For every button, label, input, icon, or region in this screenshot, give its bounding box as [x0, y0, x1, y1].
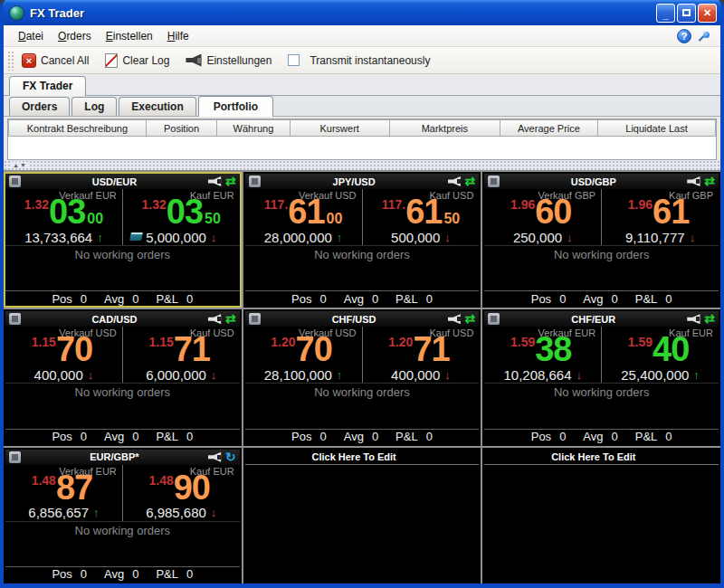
menu-einstellen[interactable]: Einstellen: [99, 27, 160, 45]
tile-title[interactable]: CAD/USD: [21, 314, 208, 325]
megaphone-icon[interactable]: [687, 314, 700, 324]
fx-tile[interactable]: EUR/GBP* ⇄ ↻ Verkauf EUR 1.48 87 6,856,6…: [4, 448, 242, 583]
column-marktpreis[interactable]: Marktpreis: [390, 119, 500, 137]
tab-execution[interactable]: Execution: [119, 97, 195, 116]
book-icon[interactable]: [129, 232, 143, 241]
megaphone-icon[interactable]: [208, 176, 222, 186]
column-average-price[interactable]: Average Price: [500, 119, 598, 137]
megaphone-icon[interactable]: [448, 314, 462, 324]
column-position[interactable]: Position: [147, 119, 217, 137]
ask-quote[interactable]: Kauf EUR 1.32 03 50 5,000,000 ↓: [123, 189, 240, 245]
tab-log[interactable]: Log: [71, 97, 117, 116]
tile-empty-space: [484, 465, 719, 582]
bid-quote[interactable]: Verkauf USD 117. 61 00 28,000,000 ↑: [245, 189, 363, 245]
swap-arrows-icon[interactable]: ⇄: [704, 314, 715, 324]
ask-size-row: 400,000 ↓: [363, 366, 480, 383]
tile-quotes: Verkauf EUR 1.32 03 00 13,733,664 ↑ Kauf…: [5, 189, 240, 245]
detach-icon[interactable]: [488, 175, 500, 187]
tile-empty-space: [5, 261, 240, 290]
splitter-arrows-icon[interactable]: ▲▼: [11, 162, 29, 168]
detach-icon[interactable]: [9, 175, 21, 187]
cancel-all-button[interactable]: × Cancel All: [22, 53, 89, 68]
swap-arrows-icon[interactable]: ⇄: [465, 314, 476, 324]
ask-quote[interactable]: Kauf GBP 1.96 61 9,110,777 ↓: [602, 189, 719, 245]
tile-empty-space: [245, 465, 480, 582]
fx-tile[interactable]: Click Here To Edit ⇄ ↻: [482, 448, 720, 583]
ask-quote[interactable]: Kauf EUR 1.59 40 25,400,000 ↑: [602, 327, 719, 383]
avg-label: Avg: [104, 292, 124, 306]
tile-title[interactable]: EUR/GBP*: [21, 451, 208, 462]
splitter-bar[interactable]: ▲▼: [4, 160, 720, 170]
fx-tile[interactable]: CHF/EUR ⇄ ↻ Verkauf EUR 1.59 38 10,208,6…: [482, 309, 720, 445]
bid-quote[interactable]: Verkauf USD 1.20 70 28,100,000 ↑: [245, 327, 363, 383]
bid-quote[interactable]: Verkauf EUR 1.59 38 10,208,664 ↓: [484, 327, 602, 383]
megaphone-icon[interactable]: [208, 314, 222, 324]
detach-icon[interactable]: [488, 313, 500, 325]
ask-size: 500,000: [391, 230, 440, 245]
ask-quote[interactable]: Kauf USD 1.15 71 6,000,000 ↓: [123, 327, 240, 383]
tile-title[interactable]: JPY/USD: [261, 176, 448, 187]
ask-quote[interactable]: Kauf EUR 1.48 90 6,985,680 ↓: [123, 465, 240, 521]
menu-orders[interactable]: Orders: [51, 27, 99, 45]
bid-quote[interactable]: Verkauf GBP 1.96 60 250,000 ↓: [484, 189, 602, 245]
fx-tile[interactable]: JPY/USD ⇄ ↻ Verkauf USD 117. 61 00 28,00…: [243, 172, 481, 308]
transmit-checkbox[interactable]: [288, 54, 300, 66]
ask-direction-arrow-icon: ↓: [211, 231, 217, 244]
toolbar-grip[interactable]: [7, 51, 14, 71]
swap-arrows-icon[interactable]: ⇄: [704, 176, 715, 186]
working-orders-text: No working orders: [245, 245, 480, 261]
detach-icon[interactable]: [9, 313, 21, 325]
clear-log-button[interactable]: Clear Log: [105, 53, 169, 68]
help-icon[interactable]: ?: [677, 29, 691, 43]
ask-direction-arrow-icon: ↓: [444, 368, 451, 382]
tab-orders[interactable]: Orders: [9, 97, 70, 116]
close-button[interactable]: ✕: [698, 4, 717, 23]
bid-quote[interactable]: Verkauf USD 1.15 70 400,000 ↓: [5, 327, 123, 383]
detach-icon[interactable]: [249, 175, 261, 187]
tab-fx-trader[interactable]: FX Trader: [9, 76, 86, 96]
fx-tile[interactable]: USD/EUR ⇄ ↻ Verkauf EUR 1.32 03 00 13,73…: [4, 172, 242, 308]
tile-title[interactable]: CHF/USD: [261, 314, 448, 325]
megaphone-icon[interactable]: [687, 176, 700, 186]
refresh-icon[interactable]: ↻: [225, 451, 236, 462]
bid-size: 6,856,657: [28, 505, 89, 520]
transmit-toggle[interactable]: Transmit instantaneously: [288, 54, 430, 67]
column-liquidate-last[interactable]: Liquidate Last: [598, 119, 716, 137]
bid-size: 10,208,664: [503, 367, 571, 383]
maximize-button[interactable]: [677, 4, 696, 23]
tab-portfolio[interactable]: Portfolio: [198, 96, 273, 117]
bid-quote[interactable]: Verkauf EUR 1.32 03 00 13,733,664 ↑: [5, 189, 123, 245]
detach-icon[interactable]: [249, 313, 261, 325]
tile-header: CHF/EUR ⇄ ↻: [484, 311, 719, 327]
settings-button[interactable]: Einstellungen: [186, 54, 272, 67]
ask-quote[interactable]: Kauf USD 1.20 71 400,000 ↓: [363, 327, 480, 383]
fx-tile[interactable]: USD/GBP ⇄ ↻ Verkauf GBP 1.96 60 250,000 …: [482, 172, 720, 308]
bid-price-prefix: 1.96: [510, 197, 535, 212]
window-title: FX Trader: [30, 6, 654, 20]
pin-icon[interactable]: [700, 32, 710, 41]
minimize-button[interactable]: _: [656, 4, 675, 23]
fx-tile[interactable]: Click Here To Edit ⇄ ↻: [243, 448, 481, 583]
megaphone-icon[interactable]: [448, 176, 462, 186]
column-kontrakt[interactable]: Kontrakt Beschreibung: [8, 119, 147, 137]
megaphone-icon[interactable]: [208, 452, 222, 462]
ask-quote[interactable]: Kauf USD 117. 61 50 500,000 ↓: [363, 189, 480, 245]
tile-title[interactable]: Click Here To Edit: [261, 451, 448, 462]
tile-title[interactable]: USD/EUR: [21, 176, 208, 187]
detach-icon[interactable]: [9, 451, 21, 463]
bid-quote[interactable]: Verkauf EUR 1.48 87 6,856,657 ↑: [5, 465, 123, 521]
swap-arrows-icon[interactable]: ⇄: [225, 176, 236, 186]
column-waehrung[interactable]: Währung: [217, 119, 290, 137]
tile-title[interactable]: USD/GBP: [500, 176, 687, 187]
menu-datei[interactable]: Datei: [11, 27, 51, 45]
swap-arrows-icon[interactable]: ⇄: [465, 176, 476, 186]
working-orders-text: No working orders: [5, 521, 240, 537]
fx-tile[interactable]: CAD/USD ⇄ ↻ Verkauf USD 1.15 70 400,000 …: [4, 309, 242, 445]
fx-tile[interactable]: CHF/USD ⇄ ↻ Verkauf USD 1.20 70 28,100,0…: [243, 309, 481, 445]
tile-title[interactable]: Click Here To Edit: [500, 451, 687, 462]
bid-label: Verkauf USD: [299, 190, 357, 201]
swap-arrows-icon[interactable]: ⇄: [225, 314, 236, 324]
menu-hilfe[interactable]: Hilfe: [160, 27, 196, 45]
column-kurswert[interactable]: Kurswert: [291, 119, 390, 137]
tile-title[interactable]: CHF/EUR: [500, 314, 687, 325]
